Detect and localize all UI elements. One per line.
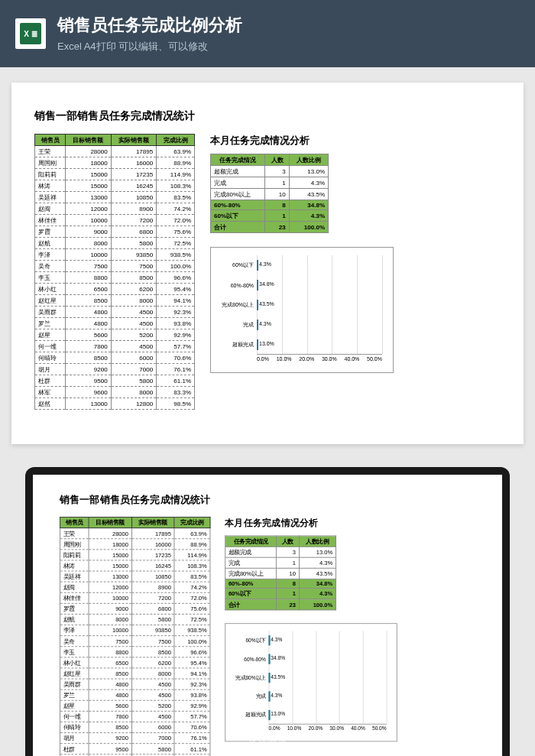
table-row: 林小红6500620095.4% — [60, 657, 209, 668]
col-header: 人数比例 — [289, 154, 328, 166]
table-row: 罗霞9000680075.6% — [35, 226, 195, 238]
completion-chart: 60%以下4.3%60%-80%34.8%完成80%以上43.5%完成4.3%超… — [225, 623, 397, 741]
table-row: 何一维7800450057.7% — [60, 711, 209, 722]
table-row: 王荣280001789563.9% — [35, 146, 195, 157]
table-row: 林涛1500016245108.3% — [60, 560, 209, 571]
col-header: 任务完成情况 — [225, 536, 277, 547]
table-row: 林涛1500016245108.3% — [35, 180, 195, 192]
chart-bar: 完成4.3% — [269, 692, 271, 702]
table-row: 60%以下14.3% — [225, 589, 336, 599]
table-row: 完成80%以上1043.5% — [225, 568, 336, 579]
table-row: 李泽1000093850938.5% — [60, 625, 209, 636]
table-row: 完成14.3% — [211, 177, 329, 189]
table-row: 阳莉莉1500017235114.9% — [35, 169, 195, 180]
page-title: 销售一部销售员任务完成情况统计 — [60, 494, 450, 507]
table-row: 罗兰4800450093.8% — [35, 318, 195, 329]
chart-bar: 完成4.3% — [257, 320, 258, 330]
chart-bar: 超额完成13.0% — [257, 339, 258, 350]
page-preview-1: 销售一部销售员任务完成情况统计 销售员目标销售额实际销售额完成比例 王荣2800… — [11, 83, 524, 444]
laptop-mockup: 销售一部销售员任务完成情况统计 销售员目标销售额实际销售额完成比例 王荣2800… — [11, 467, 524, 756]
col-header: 实际销售额 — [131, 518, 174, 528]
table-row: 吴奇75007500100.0% — [60, 636, 209, 647]
table-row: 赵航8000580072.5% — [60, 614, 209, 625]
col-header: 目标销售额 — [89, 518, 131, 528]
table-row: 赵然130001280098.5% — [35, 398, 195, 410]
sales-table: 销售员目标销售额实际销售额完成比例 王荣280001789563.9%周国刚18… — [60, 517, 210, 756]
col-header: 实际销售额 — [111, 135, 157, 146]
table-row: 胡月9200700076.1% — [60, 733, 209, 744]
col-header: 销售员 — [60, 518, 89, 528]
summary-table: 任务完成情况人数人数比例 超额完成313.0%完成14.3%完成80%以上104… — [225, 536, 336, 611]
chart-bar: 超额完成13.0% — [269, 710, 271, 720]
watermark: 菜鸟图库 — [248, 735, 287, 748]
chart-bar: 完成80%以上43.5% — [269, 673, 271, 683]
col-header: 人数比例 — [299, 536, 336, 547]
table-row: 超额完成313.0% — [211, 166, 329, 177]
table-row: 完成80%以上1043.5% — [211, 189, 329, 200]
table-row: 60%-80%834.8% — [225, 579, 336, 588]
table-row: 周国刚180001600088.9% — [35, 157, 195, 169]
table-row: 周国刚180001600088.9% — [60, 539, 209, 550]
table-row: 合计23100.0% — [211, 222, 329, 233]
chart-bar: 60%-80%34.8% — [269, 654, 271, 664]
col-header: 人数 — [277, 536, 299, 547]
sales-header-row: 销售员目标销售额实际销售额完成比例 — [35, 135, 195, 146]
summary-header-row: 任务完成情况人数人数比例 — [211, 154, 329, 166]
header-subtitle: Excel A4打印 可以编辑、可以修改 — [57, 40, 242, 54]
table-row: 吴雨群4800450092.3% — [35, 307, 195, 318]
table-row: 赵红星8500800094.1% — [35, 295, 195, 307]
table-row: 王荣280001789563.9% — [60, 528, 209, 539]
table-row: 杜群9500580061.1% — [60, 744, 209, 754]
table-row: 赵闽12000890074.2% — [35, 203, 195, 215]
table-row: 吴廷祥130001085083.5% — [35, 192, 195, 203]
table-row: 阳莉莉1500017235114.9% — [60, 550, 209, 560]
table-row: 罗兰4800450093.8% — [60, 689, 209, 700]
table-row: 杜群9500580061.1% — [35, 375, 195, 387]
analysis-title: 本月任务完成情况分析 — [225, 517, 450, 530]
chart-bar: 60%以下4.3% — [257, 260, 258, 271]
table-row: 何一维7800450057.7% — [35, 341, 195, 352]
table-row: 胡月9200700076.1% — [35, 364, 195, 375]
table-row: 60%-80%834.8% — [211, 200, 329, 210]
table-row: 完成14.3% — [225, 557, 336, 568]
chart-bar: 完成80%以上43.5% — [257, 300, 258, 310]
table-row: 60%以下14.3% — [211, 210, 329, 222]
chart-bar: 60%-80%34.8% — [257, 280, 258, 290]
page-title: 销售一部销售员任务完成情况统计 — [34, 109, 501, 123]
table-row: 林佳佳10000720072.0% — [60, 592, 209, 603]
chart-bar: 60%以下4.3% — [269, 635, 271, 645]
analysis-title: 本月任务完成情况分析 — [210, 134, 501, 148]
col-header: 销售员 — [35, 135, 66, 146]
table-row: 李泽1000093850938.5% — [35, 249, 195, 261]
table-row: 何晴玲8500600070.6% — [35, 352, 195, 364]
summary-table: 任务完成情况人数人数比例 超额完成313.0%完成14.3%完成80%以上104… — [210, 154, 329, 233]
table-row: 林小红6500620095.4% — [35, 284, 195, 295]
table-row: 李玉8800850096.6% — [35, 272, 195, 284]
col-header: 完成比例 — [157, 135, 195, 146]
table-row: 赵闽12000890074.2% — [60, 582, 209, 592]
table-row: 李玉8800850096.6% — [60, 647, 209, 657]
excel-icon: X ≣ — [15, 18, 46, 49]
col-header: 目标销售额 — [66, 135, 112, 146]
col-header: 人数 — [265, 154, 289, 166]
table-row: 赵星5600520092.9% — [35, 329, 195, 341]
table-row: 吴奇75007500100.0% — [35, 261, 195, 272]
app-header: X ≣ 销售员任务完成比例分析 Excel A4打印 可以编辑、可以修改 — [0, 0, 535, 67]
table-row: 何晴玲8500600070.6% — [60, 722, 209, 732]
col-header: 完成比例 — [174, 518, 210, 528]
table-row: 赵星5600520092.9% — [60, 700, 209, 711]
sales-table: 销售员目标销售额实际销售额完成比例 王荣280001789563.9%周国刚18… — [34, 134, 195, 410]
table-row: 林佳佳10000720072.0% — [35, 215, 195, 226]
table-row: 林军9600800083.3% — [35, 387, 195, 398]
table-row: 吴雨群4800450092.3% — [60, 679, 209, 689]
table-row: 赵红星8500800094.1% — [60, 668, 209, 679]
table-row: 赵航8000580072.5% — [35, 238, 195, 249]
table-row: 罗霞9000680075.6% — [60, 603, 209, 614]
completion-chart: 60%以下4.3%60%-80%34.8%完成80%以上43.5%完成4.3%超… — [210, 247, 394, 373]
table-row: 超额完成313.0% — [225, 547, 336, 557]
table-row: 吴廷祥130001085083.5% — [60, 571, 209, 582]
table-row: 合计23100.0% — [225, 599, 336, 610]
col-header: 任务完成情况 — [211, 154, 265, 166]
header-title: 销售员任务完成比例分析 — [57, 14, 242, 37]
